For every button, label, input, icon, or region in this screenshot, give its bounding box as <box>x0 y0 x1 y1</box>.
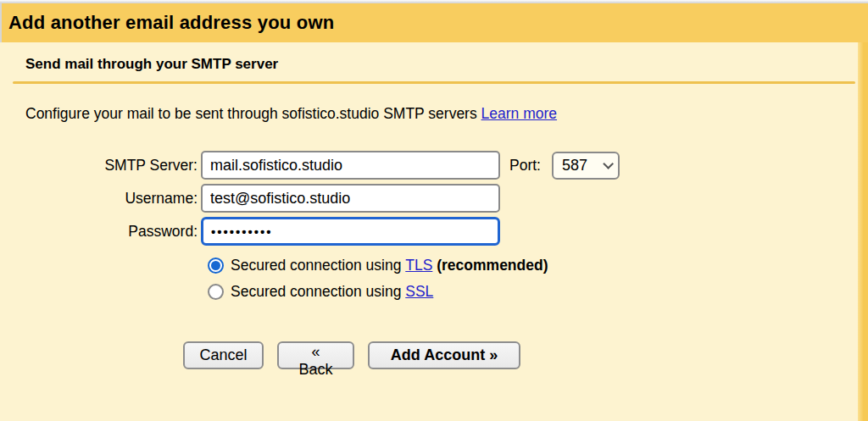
add-account-button[interactable]: Add Account » <box>368 341 520 369</box>
smtp-server-input[interactable] <box>201 151 500 180</box>
tls-radio-option: Secured connection using TLS (recommende… <box>208 255 548 275</box>
cancel-button[interactable]: Cancel <box>183 341 264 369</box>
dialog-title-bar: Add another email address you own <box>0 3 868 42</box>
password-input[interactable] <box>201 217 500 246</box>
dialog-button-row: Cancel « Back Add Account » <box>183 341 520 369</box>
intro-text: Configure your mail to be sent through s… <box>25 105 557 123</box>
port-label: Port: <box>509 151 541 180</box>
intro-description: Configure your mail to be sent through s… <box>25 105 481 122</box>
smtp-server-label: SMTP Server: <box>0 151 198 180</box>
smtp-server-row: SMTP Server: Port: 587 <box>0 151 868 180</box>
chevron-down-icon <box>603 158 614 169</box>
smtp-settings-dialog: Add another email address you own Send m… <box>0 0 868 421</box>
port-select[interactable]: 587 <box>552 152 620 180</box>
password-row: Password: <box>0 217 868 246</box>
ssl-radio-option: Secured connection using SSL <box>208 281 433 302</box>
username-input[interactable] <box>201 184 500 213</box>
password-label: Password: <box>0 217 198 246</box>
dialog-title: Add another email address you own <box>8 12 334 34</box>
tls-recommended-text: (recommended) <box>432 257 548 274</box>
tls-option-text: Secured connection using <box>231 257 405 274</box>
section-divider <box>13 81 855 84</box>
username-row: Username: <box>0 184 868 213</box>
username-label: Username: <box>0 184 198 213</box>
ssl-radio-button[interactable] <box>208 284 224 300</box>
back-button[interactable]: « Back <box>277 341 354 369</box>
tls-radio-button[interactable] <box>208 258 224 274</box>
tls-link[interactable]: TLS <box>405 257 432 274</box>
learn-more-link[interactable]: Learn more <box>481 105 558 122</box>
ssl-link[interactable]: SSL <box>405 283 433 301</box>
ssl-option-text: Secured connection using <box>231 283 405 301</box>
section-heading: Send mail through your SMTP server <box>25 56 278 73</box>
port-selected-value: 587 <box>562 157 587 174</box>
